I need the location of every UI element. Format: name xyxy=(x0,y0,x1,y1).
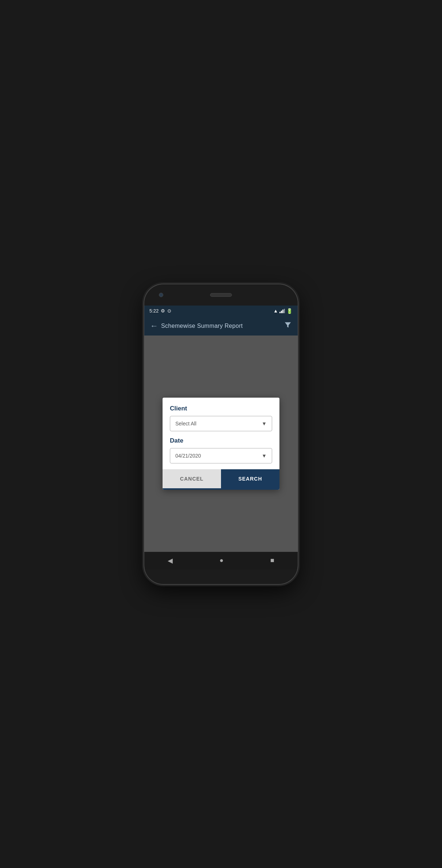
battery-icon: 🔋 xyxy=(286,308,293,314)
bottom-nav: ◀ ● ■ xyxy=(144,552,298,569)
signal-icon xyxy=(279,309,285,313)
dialog-accent-bar xyxy=(163,488,279,490)
toolbar: ← Schemewise Summary Report xyxy=(144,317,298,336)
at-icon: ⊙ xyxy=(167,308,171,314)
date-dropdown-arrow: ▼ xyxy=(262,453,267,459)
cancel-button[interactable]: CANCEL xyxy=(163,469,221,488)
date-label: Date xyxy=(170,437,272,444)
client-dropdown-value: Select All xyxy=(175,421,197,427)
dialog-buttons: CANCEL SEARCH xyxy=(163,469,279,488)
nav-back-button[interactable]: ◀ xyxy=(160,554,180,568)
back-button[interactable]: ← xyxy=(150,321,158,331)
content-area: Client Select All ▼ Date 04/21/2020 ▼ CA… xyxy=(144,336,298,552)
phone-frame: 5:22 ⚙ ⊙ ▲ 🔋 ← Schemewise Summary Report xyxy=(144,284,298,584)
nav-recent-button[interactable]: ■ xyxy=(263,554,282,567)
page-title: Schemewise Summary Report xyxy=(161,323,243,329)
status-left: 5:22 ⚙ ⊙ xyxy=(149,308,171,314)
client-dropdown-arrow: ▼ xyxy=(262,421,267,427)
wifi-icon: ▲ xyxy=(273,308,278,314)
screen: 5:22 ⚙ ⊙ ▲ 🔋 ← Schemewise Summary Report xyxy=(144,306,298,569)
top-bezel xyxy=(144,284,298,306)
nav-home-button[interactable]: ● xyxy=(212,554,231,567)
search-button[interactable]: SEARCH xyxy=(221,469,279,488)
bottom-bezel xyxy=(144,569,298,584)
time-display: 5:22 xyxy=(149,308,159,314)
speaker xyxy=(210,293,232,297)
status-bar: 5:22 ⚙ ⊙ ▲ 🔋 xyxy=(144,306,298,317)
date-dropdown[interactable]: 04/21/2020 ▼ xyxy=(170,448,272,463)
filter-button[interactable] xyxy=(284,321,292,331)
client-dropdown[interactable]: Select All ▼ xyxy=(170,416,272,431)
client-label: Client xyxy=(170,405,272,412)
filter-dialog: Client Select All ▼ Date 04/21/2020 ▼ CA… xyxy=(163,398,279,490)
toolbar-left: ← Schemewise Summary Report xyxy=(150,321,243,331)
gear-icon: ⚙ xyxy=(161,308,165,314)
front-camera xyxy=(159,293,163,297)
date-dropdown-value: 04/21/2020 xyxy=(175,453,201,459)
overlay: Client Select All ▼ Date 04/21/2020 ▼ CA… xyxy=(144,336,298,552)
status-right: ▲ 🔋 xyxy=(273,308,293,314)
